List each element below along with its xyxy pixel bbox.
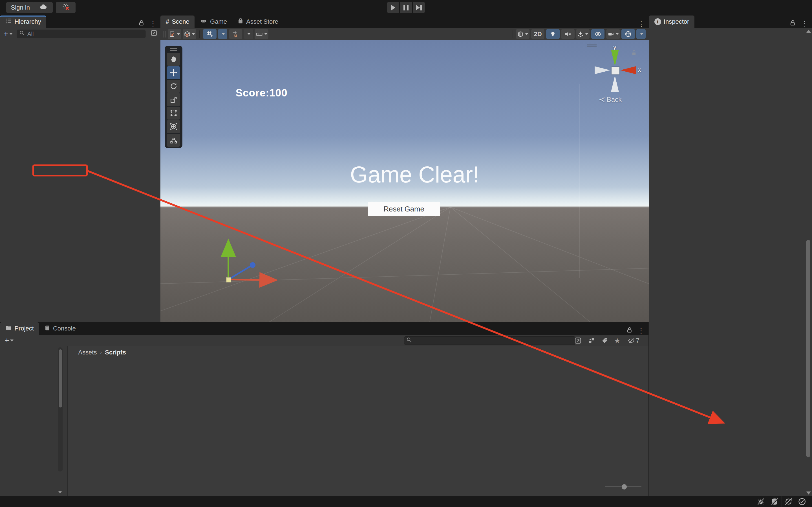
play-icon: [391, 4, 395, 11]
collaborate-error-button[interactable]: [56, 2, 75, 13]
gizmo-bottom-cone[interactable]: [611, 75, 619, 92]
gizmo-x-cone[interactable]: [620, 66, 636, 74]
project-tree-scrollbar[interactable]: [58, 347, 63, 472]
scene-tools-overlay: [165, 46, 182, 148]
play-button[interactable]: [387, 2, 399, 13]
scale-tool-button[interactable]: [167, 93, 180, 106]
tab-console[interactable]: Console: [39, 322, 81, 335]
tab-inspector[interactable]: i Inspector: [649, 15, 694, 28]
step-icon: [416, 5, 422, 10]
gizmo-center-cube[interactable]: [612, 67, 620, 75]
orientation-gizmo[interactable]: y x: [590, 46, 640, 95]
tool-handle-pivot-button[interactable]: [168, 29, 181, 39]
create-object-button[interactable]: +: [0, 29, 15, 38]
project-search[interactable]: [404, 336, 575, 345]
hand-tool-button[interactable]: [167, 53, 180, 66]
create-asset-button[interactable]: +: [1, 336, 16, 345]
grid-icon: #: [166, 18, 169, 25]
console-icon: [44, 325, 51, 333]
search-by-label-icon[interactable]: [600, 336, 610, 345]
hierarchy-tree: [0, 40, 161, 322]
scene-lighting-button[interactable]: [546, 29, 560, 39]
cloud-services-button[interactable]: [33, 2, 53, 13]
transform-gizmo[interactable]: [212, 227, 306, 309]
tab-scene[interactable]: # Scene: [161, 15, 194, 28]
pause-button[interactable]: [400, 2, 412, 13]
inspector-menu-icon[interactable]: ⋮: [801, 20, 808, 27]
tab-asset-store[interactable]: Asset Store: [232, 15, 283, 28]
inspector-scrollbar[interactable]: [806, 30, 811, 495]
info-icon: i: [654, 18, 661, 25]
grid-snapping-dropdown[interactable]: [218, 29, 227, 39]
scene-menu-icon[interactable]: ⋮: [638, 20, 645, 28]
unity-editor-window: Sign in Hierarchy ⋮ +: [0, 0, 812, 507]
pick-window-icon[interactable]: [148, 30, 161, 38]
tab-hierarchy[interactable]: Hierarchy: [0, 15, 46, 28]
search-by-type-icon[interactable]: [586, 336, 596, 345]
measure-button[interactable]: [254, 29, 269, 39]
search-in-window-icon[interactable]: [573, 336, 583, 345]
rotate-tool-button[interactable]: [167, 80, 180, 93]
game-clear-text: Game Clear!: [350, 162, 479, 188]
tab-game[interactable]: Game: [194, 15, 232, 28]
tool-handle-rotation-button[interactable]: [183, 29, 196, 39]
gizmos-dropdown[interactable]: [636, 29, 646, 39]
custom-tool-button[interactable]: [167, 134, 180, 147]
breadcrumb-root[interactable]: Assets: [78, 349, 97, 356]
scene-viewport[interactable]: Score:100 Game Clear! Reset Game: [161, 40, 649, 322]
favorites-star-icon[interactable]: ★: [612, 336, 623, 345]
gizmo-left-cone[interactable]: [595, 66, 610, 74]
tree-scroll-down-icon[interactable]: [58, 491, 62, 494]
thumbnail-size-slider[interactable]: [605, 484, 641, 489]
breadcrumb-current[interactable]: Scripts: [105, 349, 126, 356]
project-menu-icon[interactable]: ⋮: [638, 327, 644, 335]
auto-refresh-disabled-icon[interactable]: [781, 496, 795, 507]
gizmo-x-label: x: [638, 66, 641, 73]
cloud-icon: [39, 3, 47, 12]
play-controls: [387, 2, 425, 13]
inspector-panel: i Inspector ⋮: [649, 15, 812, 496]
sign-in-button[interactable]: Sign in: [6, 2, 35, 13]
reset-game-button[interactable]: Reset Game: [368, 202, 440, 216]
gizmos-button[interactable]: [622, 29, 635, 39]
scene-toolbar: 2D: [161, 28, 649, 40]
step-button[interactable]: [413, 2, 425, 13]
scene-visibility-button[interactable]: [591, 29, 605, 39]
grid-snapping-button[interactable]: [203, 29, 217, 39]
hierarchy-search-input[interactable]: [26, 30, 143, 38]
rect-tool-button[interactable]: [167, 107, 180, 120]
pause-icon: [403, 5, 409, 10]
effects-button[interactable]: [576, 29, 589, 39]
list-icon: [5, 17, 12, 26]
hierarchy-search[interactable]: [17, 30, 146, 38]
search-icon: [406, 337, 412, 344]
scene-audio-button[interactable]: [561, 29, 575, 39]
snap-dropdown[interactable]: [244, 29, 253, 39]
move-tool-button[interactable]: [167, 66, 180, 79]
shading-mode-button[interactable]: [516, 29, 529, 39]
gizmo-back-label[interactable]: ≺Back: [598, 95, 622, 104]
unlock-icon[interactable]: [138, 19, 144, 28]
tab-project[interactable]: Project: [0, 322, 39, 335]
transform-tool-button[interactable]: [167, 120, 180, 133]
project-toolbar: + ★ 7: [0, 335, 648, 347]
hidden-count-button[interactable]: 7: [625, 336, 642, 345]
2d-mode-button[interactable]: 2D: [531, 29, 545, 39]
unlock-icon[interactable]: [626, 327, 633, 335]
breadcrumb[interactable]: Assets › Scripts: [68, 346, 649, 359]
gizmo-y-cone[interactable]: [611, 50, 619, 66]
hierarchy-menu-icon[interactable]: ⋮: [150, 20, 157, 27]
unlock-icon[interactable]: [789, 19, 796, 28]
scene-camera-button[interactable]: [606, 29, 620, 39]
tools-drag-handle[interactable]: [170, 48, 177, 51]
search-icon: [19, 30, 25, 38]
debugger-disabled-icon[interactable]: [754, 496, 768, 507]
top-toolbar: Sign in: [0, 0, 812, 15]
project-search-input[interactable]: [414, 337, 573, 344]
score-text: Score:100: [236, 87, 288, 99]
chevron-right-icon: ›: [100, 349, 102, 355]
cache-server-disabled-icon[interactable]: [768, 496, 781, 507]
snap-increment-button[interactable]: [229, 29, 242, 39]
progress-ok-icon[interactable]: [795, 496, 809, 507]
inspector-content: [649, 28, 812, 496]
